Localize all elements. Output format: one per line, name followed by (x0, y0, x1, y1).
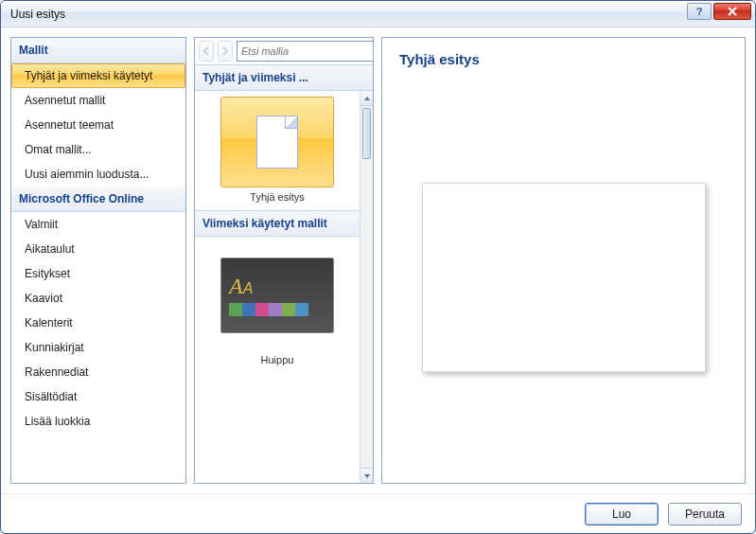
sidebar-item-calendars[interactable]: Kalenterit (11, 311, 185, 335)
template-toolbar (195, 38, 373, 64)
sidebar-item-my-templates[interactable]: Omat mallit... (11, 137, 185, 162)
nav-back-button[interactable] (199, 41, 214, 62)
dialog-body: Mallit Tyhjät ja viimeksi käytetyt Asenn… (1, 27, 755, 493)
template-item-blank[interactable]: Tyhjä esitys (201, 97, 354, 203)
sidebar-item-blank-recent[interactable]: Tyhjät ja viimeksi käytetyt (11, 63, 185, 88)
search-box (237, 41, 374, 62)
section-blank-heading: Tyhjät ja viimeksi ... (195, 64, 373, 91)
create-button[interactable]: Luo (585, 503, 659, 525)
cancel-button[interactable]: Peruuta (668, 503, 742, 525)
sidebar-item-label: Uusi aiemmin luodusta... (25, 168, 149, 181)
sidebar-item-installed-themes[interactable]: Asennetut teemat (11, 113, 185, 137)
arrow-right-icon (219, 44, 232, 58)
section-recent-heading: Viimeksi käytetyt mallit (195, 210, 360, 237)
sidebar-item-content-slides[interactable]: Sisältödiat (11, 384, 185, 409)
titlebar[interactable]: Uusi esitys ? (1, 1, 755, 27)
close-button[interactable] (713, 3, 751, 20)
scroll-down-button[interactable] (360, 468, 373, 483)
sidebar-item-label: Kaaviot (25, 292, 62, 305)
sidebar-item-label: Omat mallit... (25, 143, 92, 156)
sidebar-heading-online: Microsoft Office Online (11, 187, 185, 212)
scroll-thumb[interactable] (362, 108, 371, 159)
sidebar-item-label: Esitykset (25, 267, 70, 280)
sidebar-item-label: Asennetut teemat (25, 118, 114, 132)
sidebar-item-new-from-existing[interactable]: Uusi aiemmin luodusta... (11, 162, 185, 187)
sidebar-item-schedules[interactable]: Aikataulut (11, 237, 185, 261)
sidebar-item-presentations[interactable]: Esitykset (11, 261, 185, 286)
template-label: Huippu (261, 354, 294, 365)
sidebar-item-more-categories[interactable]: Lisää luokkia (11, 409, 185, 434)
theme-swatches (229, 303, 308, 316)
template-thumb: AA (220, 258, 334, 333)
nav-forward-button[interactable] (218, 41, 233, 62)
dialog-title: Uusi esitys (10, 8, 65, 21)
new-presentation-dialog: Uusi esitys ? Mallit Tyhjät ja viimeksi … (0, 0, 756, 534)
sidebar-item-installed-templates[interactable]: Asennetut mallit (11, 88, 185, 113)
template-scroll-area: Tyhjä esitys Viimeksi käytetyt mallit AA… (195, 91, 373, 483)
sidebar-item-charts[interactable]: Kaaviot (11, 286, 185, 311)
template-thumb (220, 97, 334, 187)
preview-title: Tyhjä esitys (399, 47, 728, 80)
sidebar-item-featured[interactable]: Valmiit (11, 212, 185, 237)
help-button[interactable]: ? (687, 3, 712, 20)
triangle-down-icon (363, 472, 371, 480)
sidebar-item-label: Kunniakirjat (25, 341, 84, 354)
sidebar-item-certificates[interactable]: Kunniakirjat (11, 335, 185, 360)
dialog-footer: Luo Peruuta (1, 493, 755, 533)
preview-area (399, 80, 728, 473)
sidebar-item-label: Kalenterit (25, 316, 73, 329)
scroll-up-button[interactable] (360, 91, 373, 106)
sidebar-item-label: Asennetut mallit (25, 94, 105, 107)
sidebar-item-label: Rakennediat (25, 365, 88, 379)
sidebar-item-label: Aikataulut (25, 242, 75, 256)
search-input[interactable] (237, 42, 374, 61)
sidebar-heading-templates: Mallit (11, 38, 185, 63)
close-icon (727, 7, 738, 16)
sidebar-item-label: Tyhjät ja viimeksi käytetyt (25, 69, 152, 82)
theme-aa-icon: AA (229, 275, 253, 297)
preview-slide (422, 183, 706, 372)
template-scrollbar[interactable] (360, 91, 373, 483)
sidebar-item-label: Sisältödiat (25, 390, 77, 403)
sidebar-item-label: Valmiit (25, 218, 58, 231)
blank-page-icon (256, 116, 298, 169)
sidebar: Mallit Tyhjät ja viimeksi käytetyt Asenn… (10, 37, 186, 484)
arrow-left-icon (200, 44, 213, 58)
triangle-up-icon (363, 95, 371, 102)
template-label: Tyhjä esitys (250, 191, 304, 203)
template-list-pane: Tyhjät ja viimeksi ... Tyhjä esitys Viim… (194, 37, 374, 484)
sidebar-item-design-slides[interactable]: Rakennediat (11, 360, 185, 384)
sidebar-item-label: Lisää luokkia (25, 415, 90, 428)
preview-pane: Tyhjä esitys (381, 37, 746, 484)
template-item-recent[interactable]: AA Huippu (201, 258, 354, 365)
